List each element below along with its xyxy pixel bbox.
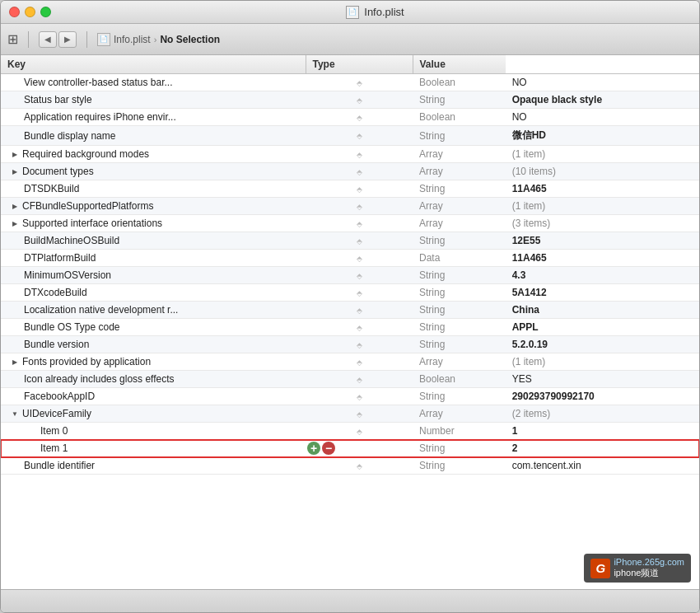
row-stepper[interactable]: ⬘ [306,109,413,126]
key-cell: Item 1 [1,440,306,457]
table-header-row: Key Type Value [1,55,699,74]
table-row[interactable]: DTPlatformBuild⬘Data11A465 [1,250,699,267]
close-button[interactable] [9,7,20,17]
key-label: Bundle display name [24,130,115,142]
table-row[interactable]: Bundle identifier⬘Stringcom.tencent.xin [1,457,699,475]
table-row[interactable]: Application requires iPhone envir...⬘Boo… [1,109,699,126]
row-stepper[interactable]: ⬘ [306,146,413,163]
table-row[interactable]: Document types⬘Array(10 items) [1,163,699,180]
row-stepper[interactable]: ⬘ [306,284,413,302]
key-label: DTSDKBuild [24,183,79,194]
key-label: MinimumOSVersion [24,269,111,281]
expand-icon[interactable] [11,150,19,158]
type-cell: Number [413,423,506,440]
row-stepper[interactable]: ⬘ [306,388,413,405]
value-cell: 12E55 [506,232,699,250]
value-cell: com.tencent.xin [506,457,699,475]
row-stepper[interactable]: ⬘ [306,250,413,267]
table-row[interactable]: Fonts provided by application⬘Array(1 it… [1,353,699,371]
table-row[interactable]: DTXcodeBuild⬘String5A1412 [1,284,699,302]
row-stepper[interactable]: ⬘ [306,198,413,215]
expand-icon[interactable] [11,167,19,175]
row-stepper[interactable]: ⬘ [306,126,413,146]
value-cell: (1 item) [506,146,699,163]
row-stepper[interactable]: ⬘ [306,336,413,353]
expand-icon[interactable] [11,219,19,227]
table-row[interactable]: Item 1+−String2 [1,440,699,457]
row-stepper[interactable]: ⬘ [306,91,413,109]
table-row[interactable]: UIDeviceFamily⬘Array(2 items) [1,405,699,423]
table-row[interactable]: Supported interface orientations⬘Array(3… [1,215,699,232]
key-label: Fonts provided by application [22,356,151,367]
forward-button[interactable]: ▶ [58,31,77,48]
row-stepper[interactable]: ⬘ [306,163,413,180]
row-stepper[interactable]: ⬘ [306,302,413,319]
row-stepper[interactable]: ⬘ [306,74,413,91]
key-cell: Required background modes [1,146,306,163]
table-row[interactable]: View controller-based status bar...⬘Bool… [1,74,699,91]
key-cell: UIDeviceFamily [1,405,306,423]
remove-item-button[interactable]: − [322,442,335,455]
key-cell: Bundle display name [1,126,306,146]
key-cell: Item 0 [1,423,306,440]
breadcrumb-file-icon: 📄 [97,33,110,46]
maximize-button[interactable] [40,7,51,17]
type-cell: String [413,319,506,336]
type-cell: Array [413,215,506,232]
key-label: UIDeviceFamily [22,408,91,419]
main-window: 📄 Info.plist ⊞ ◀ ▶ 📄 Info.plist › No Sel… [0,0,700,613]
value-cell: 5A1412 [506,284,699,302]
row-stepper[interactable]: ⬘ [306,405,413,423]
collapse-icon[interactable] [11,409,19,418]
table-row[interactable]: DTSDKBuild⬘String11A465 [1,180,699,198]
value-cell: (1 item) [506,353,699,371]
expand-icon[interactable] [11,358,19,366]
table-row[interactable]: Required background modes⬘Array(1 item) [1,146,699,163]
toolbar-nav: ◀ ▶ [39,31,77,48]
row-stepper[interactable]: ⬘ [306,215,413,232]
row-stepper[interactable]: +− [306,440,413,457]
row-stepper[interactable]: ⬘ [306,267,413,284]
key-label: DTPlatformBuild [24,252,96,264]
add-item-button[interactable]: + [307,442,320,455]
row-stepper[interactable]: ⬘ [306,353,413,371]
table-row[interactable]: Bundle display name⬘String微信HD [1,126,699,146]
key-label: Application requires iPhone envir... [24,111,176,123]
table-row[interactable]: Status bar style⬘StringOpaque black styl… [1,91,699,109]
row-stepper[interactable]: ⬘ [306,371,413,388]
table-row[interactable]: MinimumOSVersion⬘String4.3 [1,267,699,284]
table-row[interactable]: CFBundleSupportedPlatforms⬘Array(1 item) [1,198,699,215]
key-label: Icon already includes gloss effects [24,373,175,385]
table-row[interactable]: BuildMachineOSBuild⬘String12E55 [1,232,699,250]
table-row[interactable]: Item 0⬘Number1 [1,423,699,440]
row-stepper[interactable]: ⬘ [306,319,413,336]
row-stepper[interactable]: ⬘ [306,232,413,250]
table-row[interactable]: Icon already includes gloss effects⬘Bool… [1,371,699,388]
value-cell: 1 [506,423,699,440]
type-cell: Boolean [413,74,506,91]
key-cell: Bundle version [1,336,306,353]
watermark-text: iPhone.265g.com iphone频道 [614,557,684,579]
key-label: Bundle OS Type code [24,321,120,333]
row-stepper[interactable]: ⬘ [306,457,413,475]
type-cell: String [413,284,506,302]
value-cell: 2 [506,440,699,457]
row-stepper[interactable]: ⬘ [306,180,413,198]
key-cell: DTPlatformBuild [1,250,306,267]
minimize-button[interactable] [25,7,35,17]
table-row[interactable]: Localization native development r...⬘Str… [1,302,699,319]
key-cell: FacebookAppID [1,388,306,405]
type-cell: String [413,336,506,353]
table-row[interactable]: FacebookAppID⬘String290293790992170 [1,388,699,405]
key-label: View controller-based status bar... [24,77,173,88]
type-cell: String [413,267,506,284]
col-header-value: Value [413,55,506,74]
row-stepper[interactable]: ⬘ [306,423,413,440]
value-cell: YES [506,371,699,388]
back-button[interactable]: ◀ [39,31,57,48]
table-row[interactable]: Bundle OS Type code⬘StringAPPL [1,319,699,336]
breadcrumb: 📄 Info.plist › No Selection [97,33,220,46]
table-row[interactable]: Bundle version⬘String5.2.0.19 [1,336,699,353]
key-label: Bundle version [24,339,89,350]
expand-icon[interactable] [11,202,19,210]
